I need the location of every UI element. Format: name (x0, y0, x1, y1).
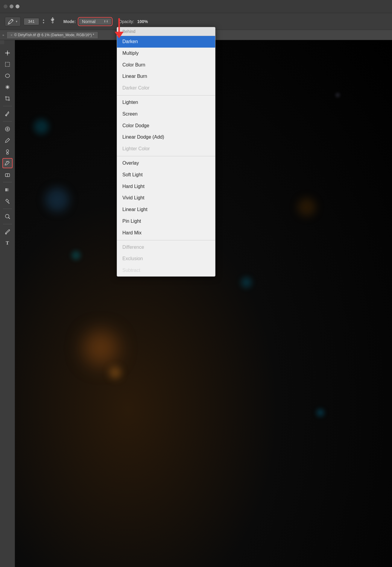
tool-separator-4 (3, 209, 12, 209)
minimize-button[interactable] (10, 4, 13, 8)
history-brush-icon (4, 160, 10, 166)
type-icon: T (6, 240, 9, 246)
size-stepper[interactable]: ▲ ▼ (42, 19, 45, 24)
lasso-tool[interactable] (2, 71, 13, 81)
clone-stamp-tool[interactable] (2, 147, 13, 157)
eyedropper-icon (4, 111, 10, 117)
blend-mode-linear-burn[interactable]: Linear Burn (117, 71, 215, 82)
move-tool[interactable] (2, 48, 13, 58)
blend-mode-multiply[interactable]: Multiply (117, 48, 215, 59)
usb-icon (49, 17, 56, 26)
tool-separator-3 (3, 182, 12, 182)
blend-mode-lighten[interactable]: Lighten (117, 97, 215, 108)
stamp-icon (4, 149, 10, 155)
zoom-tool[interactable] (2, 211, 13, 222)
ruler-corner (0, 40, 4, 44)
bokeh-2 (34, 119, 49, 134)
blend-mode-difference: Difference (117, 242, 215, 253)
brush-dropdown-arrow[interactable]: ▼ (15, 20, 18, 23)
brush-tool-option[interactable]: ▼ (5, 17, 21, 26)
paint-bucket-tool[interactable] (2, 196, 13, 206)
traffic-lights (4, 4, 19, 8)
blend-mode-hard-light[interactable]: Hard Light (117, 181, 215, 192)
brush-icon (7, 18, 14, 25)
healing-brush-tool[interactable] (2, 124, 13, 134)
svg-line-23 (7, 202, 9, 203)
blend-mode-pin-light[interactable]: Pin Light (117, 216, 215, 227)
type-tool[interactable]: T (2, 238, 13, 248)
svg-point-7 (5, 74, 10, 78)
mode-value: Normal (82, 19, 95, 24)
svg-line-25 (8, 217, 10, 219)
blend-mode-lighter-color: Lighter Color (117, 143, 215, 155)
blend-mode-linear-light[interactable]: Linear Light (117, 204, 215, 216)
magic-wand-tool[interactable] (2, 82, 13, 92)
blend-mode-screen[interactable]: Screen (117, 108, 215, 120)
blend-mode-dropdown[interactable]: Behind Darken Multiply Color Burn Linear… (117, 27, 215, 277)
pen-tool[interactable] (2, 227, 13, 237)
mode-select-button[interactable]: Normal ⬆⬇ (79, 18, 112, 25)
svg-point-1 (51, 19, 52, 20)
usb-svg (49, 17, 56, 24)
eraser-icon (4, 172, 10, 178)
tab-title: © DirtyFish.tif @ 6.1% (Darken_Mode, RGB… (14, 33, 94, 37)
opacity-label: Opacity: (119, 19, 134, 24)
wand-icon (4, 84, 10, 90)
eraser-tool[interactable] (2, 169, 13, 180)
gradient-tool[interactable] (2, 185, 13, 195)
mode-dropdown[interactable]: Normal ⬆⬇ (79, 18, 112, 25)
dropdown-header-behind: Behind (117, 27, 215, 36)
move-icon (4, 50, 10, 56)
marquee-tool[interactable] (2, 59, 13, 69)
collapse-button[interactable]: » (2, 33, 4, 37)
blend-mode-subtract: Subtract (117, 265, 215, 276)
brush-tool-icon (4, 137, 10, 143)
svg-rect-2 (53, 19, 54, 20)
blend-mode-exclusion: Exclusion (117, 253, 215, 265)
blend-mode-vivid-light[interactable]: Vivid Light (117, 192, 215, 204)
tool-separator-2 (3, 121, 12, 122)
bokeh-7 (241, 277, 252, 288)
marquee-icon (4, 61, 10, 67)
pen-icon (4, 229, 10, 235)
separator-3 (117, 240, 215, 240)
blend-mode-color-dodge[interactable]: Color Dodge (117, 120, 215, 132)
brush-tool[interactable] (2, 135, 13, 145)
tool-separator-1 (3, 106, 12, 106)
bokeh-9 (317, 409, 324, 416)
separator-1 (117, 95, 215, 95)
svg-rect-22 (5, 188, 10, 191)
zoom-icon (4, 213, 10, 219)
svg-point-12 (7, 86, 8, 88)
brush-size-input[interactable]: 341 (24, 18, 39, 25)
maximize-button[interactable] (16, 4, 19, 8)
gradient-icon (4, 187, 10, 193)
mode-label: Mode: (63, 19, 76, 24)
tools-panel: T (0, 40, 15, 567)
svg-rect-18 (7, 153, 8, 154)
blend-mode-hard-mix[interactable]: Hard Mix (117, 227, 215, 239)
healing-icon (4, 126, 10, 132)
eyedropper-tool[interactable] (2, 109, 13, 119)
bokeh-8 (298, 198, 316, 216)
blend-mode-color-burn[interactable]: Color Burn (117, 59, 215, 71)
bokeh-4 (83, 330, 119, 366)
blend-mode-soft-light[interactable]: Soft Light (117, 169, 215, 181)
bokeh-3 (72, 251, 80, 260)
tab-item[interactable]: × © DirtyFish.tif @ 6.1% (Darken_Mode, R… (7, 31, 98, 38)
tab-close-button[interactable]: × (10, 33, 12, 37)
history-brush-tool[interactable] (2, 158, 13, 168)
bokeh-10 (335, 93, 340, 97)
bokeh-5 (109, 367, 121, 379)
blend-mode-darker-color: Darker Color (117, 82, 215, 94)
svg-rect-6 (5, 62, 10, 66)
close-button[interactable] (4, 4, 7, 8)
blend-mode-overlay[interactable]: Overlay (117, 157, 215, 169)
bokeh-1 (45, 188, 69, 212)
lasso-icon (4, 73, 10, 79)
crop-tool[interactable] (2, 93, 13, 104)
blend-mode-linear-dodge[interactable]: Linear Dodge (Add) (117, 131, 215, 143)
tool-separator-5 (3, 224, 12, 224)
blend-mode-darken[interactable]: Darken (117, 36, 215, 48)
opacity-value: 100% (137, 19, 148, 24)
